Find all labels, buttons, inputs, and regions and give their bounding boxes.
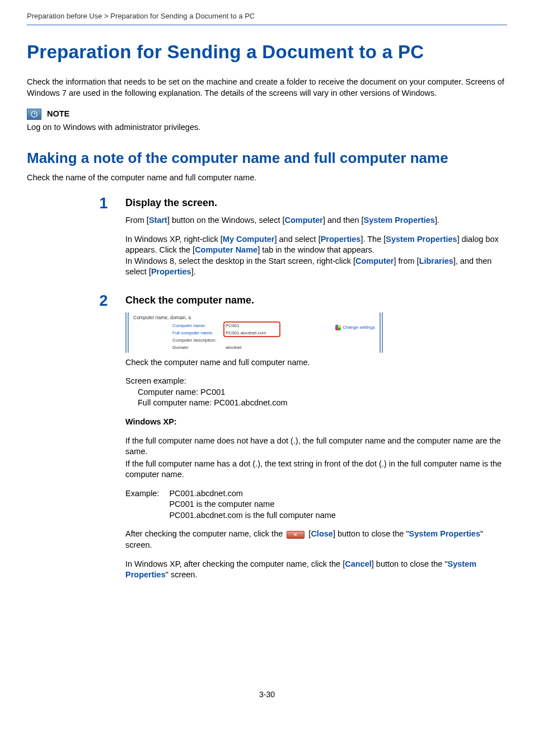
step-heading: Check the computer name. xyxy=(125,293,507,307)
winxp-p1: If the full computer name does not have … xyxy=(125,436,507,458)
change-settings-link[interactable]: Change settings xyxy=(335,325,375,331)
example-block: Example: PC001.abcdnet.com PC001 is the … xyxy=(125,488,507,521)
page-title: Preparation for Sending a Document to a … xyxy=(27,40,507,65)
properties-link: Properties xyxy=(321,235,361,244)
section-lead: Check the name of the computer name and … xyxy=(27,172,507,184)
step2-p1: Check the computer name and full compute… xyxy=(125,357,507,368)
my-computer-link: My Computer xyxy=(223,235,275,244)
intro-paragraph: Check the information that needs to be s… xyxy=(27,77,507,99)
page-number: 3-30 xyxy=(27,689,507,700)
computer-link: Computer xyxy=(355,256,394,265)
screen-example: Screen example: Computer name: PC001 Ful… xyxy=(125,376,507,409)
fig-top-label: Computer name, domain, a xyxy=(133,315,375,321)
highlight-box xyxy=(223,321,280,337)
note-text: Log on to Windows with administrator pri… xyxy=(27,122,507,133)
computer-link: Computer xyxy=(285,216,323,225)
system-properties-link: System Properties xyxy=(364,216,435,225)
cancel-link: Cancel xyxy=(345,559,372,568)
section-title: Making a note of the computer name and f… xyxy=(27,149,507,167)
fig-value: abcdnet xyxy=(226,345,375,351)
note-header: NOTE xyxy=(27,109,507,120)
fig-label: Computer description: xyxy=(172,338,226,344)
step-number: 1 xyxy=(96,196,111,286)
computer-name-link: Computer Name xyxy=(195,245,257,254)
note-icon xyxy=(27,109,41,120)
note-label: NOTE xyxy=(47,109,69,120)
system-properties-figure: Computer name, domain, a Change settings… xyxy=(125,312,383,352)
fig-label: Computer name: xyxy=(172,323,226,329)
step-number: 2 xyxy=(96,293,111,589)
cancel-paragraph: In Windows XP, after checking the comput… xyxy=(125,559,507,581)
libraries-link: Libraries xyxy=(419,256,453,265)
fig-label: Full computer name: xyxy=(172,330,226,337)
shield-icon xyxy=(335,325,341,330)
divider xyxy=(27,25,507,25)
close-icon xyxy=(287,531,305,539)
windows-xp-heading: Windows XP: xyxy=(125,417,507,428)
breadcrumb: Preparation before Use > Preparation for… xyxy=(27,11,507,25)
close-link: Close xyxy=(311,529,333,538)
system-properties-link: System Properties xyxy=(409,529,480,538)
step-1: 1 Display the screen. From [Start] butto… xyxy=(27,196,507,286)
step-2: 2 Check the computer name. Computer name… xyxy=(27,293,507,589)
step1-p1: From [Start] button on the Windows, sele… xyxy=(125,215,507,226)
start-link: Start xyxy=(149,216,167,225)
close-paragraph: After checking the computer name, click … xyxy=(125,529,507,550)
system-properties-link: System Properties xyxy=(386,235,457,244)
step1-p2: In Windows XP, right-click [My Computer]… xyxy=(125,234,507,278)
fig-label: Domain: xyxy=(172,345,226,351)
step-heading: Display the screen. xyxy=(125,196,507,209)
properties-link: Properties xyxy=(151,267,191,276)
winxp-p2: If the full computer name has a dot (.),… xyxy=(125,459,507,480)
